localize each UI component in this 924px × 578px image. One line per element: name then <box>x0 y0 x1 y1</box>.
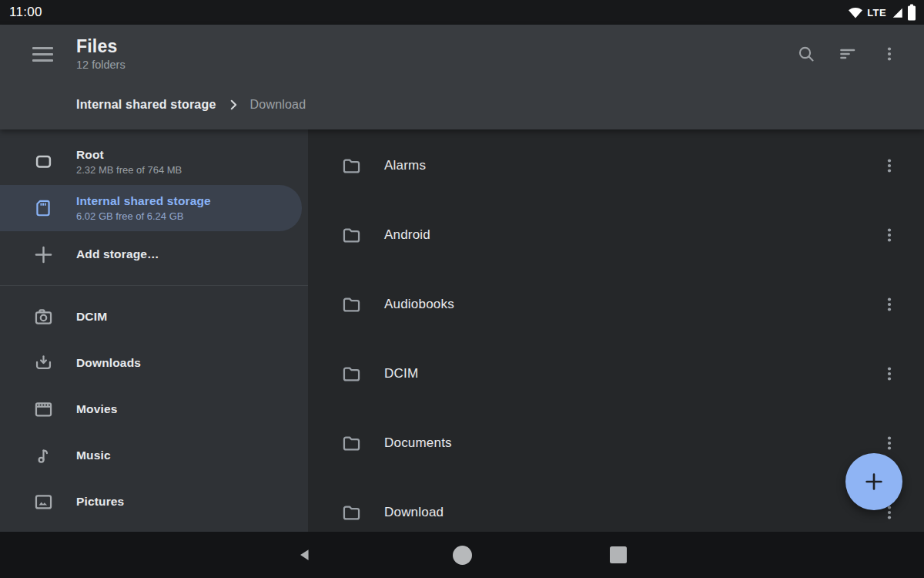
sidebar: Root 2.32 MB free of 764 MB Internal sha… <box>0 129 308 532</box>
cell-signal-icon <box>890 5 904 19</box>
breadcrumb-item-download[interactable]: Download <box>250 98 306 112</box>
sidebar-item-label: Downloads <box>76 355 141 371</box>
download-icon <box>32 353 54 374</box>
file-name: Alarms <box>384 158 880 173</box>
sidebar-item-detail: 6.02 GB free of 6.24 GB <box>76 210 211 223</box>
sidebar-item-add-storage[interactable]: Add storage… <box>0 231 308 277</box>
sidebar-item-detail: 2.32 MB free of 764 MB <box>76 163 182 176</box>
page-title: Files <box>76 36 126 57</box>
add-icon <box>32 244 54 265</box>
page-subtitle: 12 folders <box>76 58 126 72</box>
sidebar-item-label: Root <box>76 147 182 163</box>
sidebar-item-label: DCIM <box>76 309 107 324</box>
file-row-download[interactable]: Download <box>308 478 924 532</box>
sidebar-item-label: Movies <box>76 402 117 417</box>
folder-icon <box>340 294 362 315</box>
sidebar-item-label: Music <box>76 448 111 463</box>
android-screen: 11:00 LTE Files 12 folders <box>0 0 924 578</box>
folder-icon <box>340 225 362 246</box>
sidebar-folder-shortcuts: DCIM Downloads Movies <box>0 294 308 525</box>
home-icon[interactable] <box>444 532 480 578</box>
item-overflow-icon[interactable] <box>880 365 899 383</box>
sidebar-item-dcim[interactable]: DCIM <box>0 294 308 340</box>
status-bar: 11:00 LTE <box>0 0 924 25</box>
app-bar-top: Files 12 folders <box>0 25 924 83</box>
recents-icon[interactable] <box>600 532 637 578</box>
file-name: Download <box>384 505 880 520</box>
root-device-icon <box>32 153 54 171</box>
item-overflow-icon[interactable] <box>880 295 899 314</box>
file-name: Documents <box>384 435 880 451</box>
sidebar-item-downloads[interactable]: Downloads <box>0 340 308 386</box>
file-row-android[interactable]: Android <box>308 200 924 270</box>
breadcrumb-item-internal-shared-storage[interactable]: Internal shared storage <box>76 98 216 112</box>
sidebar-item-label: Internal shared storage <box>76 193 211 209</box>
wifi-icon <box>848 6 863 18</box>
sidebar-item-label: Pictures <box>76 494 124 509</box>
sidebar-item-internal-shared-storage[interactable]: Internal shared storage 6.02 GB free of … <box>0 185 302 231</box>
sd-card-icon <box>32 197 54 219</box>
battery-icon <box>907 4 916 21</box>
folder-icon <box>340 433 362 454</box>
camera-icon <box>32 307 54 328</box>
music-note-icon <box>32 445 54 466</box>
app-bar: Files 12 folders Internal shared storage <box>0 25 924 129</box>
folder-icon <box>340 364 362 385</box>
file-row-documents[interactable]: Documents <box>308 408 924 478</box>
status-icons: LTE <box>848 4 916 21</box>
file-row-dcim[interactable]: DCIM <box>308 339 924 408</box>
folder-icon <box>340 502 362 523</box>
item-overflow-icon[interactable] <box>880 226 899 244</box>
file-list: Alarms Android Audiobooks <box>308 129 924 532</box>
breadcrumb: Internal shared storage Download <box>0 83 924 129</box>
file-name: Audiobooks <box>384 297 880 312</box>
content-area: Root 2.32 MB free of 764 MB Internal sha… <box>0 129 924 532</box>
sidebar-item-label: Add storage… <box>76 247 159 262</box>
clock: 11:00 <box>9 5 42 20</box>
item-overflow-icon[interactable] <box>880 156 899 175</box>
navigation-bar <box>0 532 924 578</box>
sidebar-item-movies[interactable]: Movies <box>0 386 308 432</box>
file-row-alarms[interactable]: Alarms <box>308 131 924 200</box>
search-icon[interactable] <box>797 45 815 63</box>
folder-icon <box>340 156 362 176</box>
file-row-audiobooks[interactable]: Audiobooks <box>308 270 924 339</box>
sidebar-item-root[interactable]: Root 2.32 MB free of 764 MB <box>0 139 308 185</box>
sidebar-divider <box>0 285 308 286</box>
sidebar-item-pictures[interactable]: Pictures <box>0 479 308 525</box>
network-type-label: LTE <box>867 7 886 18</box>
sort-icon[interactable] <box>839 45 857 63</box>
item-overflow-icon[interactable] <box>880 434 899 452</box>
file-name: DCIM <box>384 366 880 381</box>
add-fab-button[interactable] <box>845 453 902 510</box>
menu-icon[interactable] <box>32 45 53 63</box>
movie-icon <box>32 399 54 420</box>
plus-icon <box>862 470 886 493</box>
app-bar-actions <box>797 45 899 63</box>
sidebar-item-music[interactable]: Music <box>0 432 308 479</box>
title-block: Files 12 folders <box>76 36 126 72</box>
chevron-right-icon <box>226 98 240 112</box>
back-icon[interactable] <box>286 532 323 578</box>
image-icon <box>32 492 54 512</box>
file-name: Android <box>384 227 880 243</box>
overflow-menu-icon[interactable] <box>880 45 899 63</box>
